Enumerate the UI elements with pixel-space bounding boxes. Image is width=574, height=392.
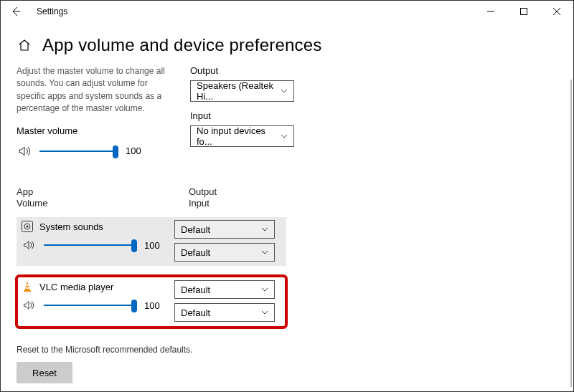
svg-point-7 [27,226,29,228]
master-volume-value: 100 [126,145,147,156]
minimize-button[interactable] [474,1,507,22]
app-output-dropdown[interactable]: Default [174,280,275,299]
output-label: Output [190,65,319,76]
reset-description: Reset to the Microsoft recommended defau… [17,345,573,355]
window-controls [474,1,573,22]
apps-header: App Volume Output Input [17,186,286,211]
slider-thumb[interactable] [131,300,137,312]
chevron-down-icon [281,89,288,93]
system-sounds-icon [21,220,34,233]
app-volume-slider[interactable] [44,238,137,252]
app-right: Default Default [174,280,282,322]
maximize-icon [520,8,527,15]
slider-thumb[interactable] [113,145,118,158]
right-column: Output Speakers (Realtek Hi... Input No … [190,65,319,159]
chevron-down-icon [261,227,268,231]
home-icon[interactable] [17,37,32,53]
app-row-system-sounds: System sounds 100 [17,217,286,266]
svg-rect-9 [27,285,29,286]
output-selected: Speakers (Realtek Hi... [197,80,281,102]
arrow-left-icon [10,6,22,17]
chevron-down-icon [261,310,268,315]
app-input-dropdown[interactable]: Default [174,303,275,322]
speaker-icon[interactable] [21,297,37,313]
speaker-icon[interactable] [17,143,32,159]
app-volume-row: 100 [21,297,174,313]
app-title-row: System sounds [21,220,174,233]
apps-header-input: Input [189,198,217,210]
apps-header-output: Output [189,186,217,199]
app-output-selected: Default [181,224,210,235]
app-volume-value: 100 [144,300,166,311]
minimize-icon [487,8,494,15]
slider-thumb[interactable] [131,239,137,252]
app-volume-row: 100 [21,237,174,253]
app-row-vlc: VLC media player 100 [17,276,286,328]
page-title: App volume and device preferences [42,35,322,55]
apps-header-app: App [17,186,174,199]
app-name: System sounds [39,221,103,232]
app-output-selected: Default [181,285,210,295]
vertical-scrollbar[interactable] [570,80,572,387]
app-input-dropdown[interactable]: Default [174,243,275,262]
app-right: Default Default [174,220,282,262]
master-volume-slider[interactable] [39,144,118,158]
apps-header-left: App Volume [17,186,174,211]
titlebar: Settings [1,1,573,22]
app-output-dropdown[interactable]: Default [174,220,275,239]
app-volume-value: 100 [144,240,166,251]
top-columns: Adjust the master volume to change all s… [17,65,573,159]
vlc-icon [21,280,34,293]
master-volume-row: 100 [17,143,174,159]
app-input-selected: Default [181,247,210,258]
reset-button[interactable]: Reset [17,362,72,383]
settings-window: Settings App volume and device preferenc… [0,0,574,392]
content-area: App volume and device preferences Adjust… [1,22,573,391]
chevron-down-icon [261,250,268,254]
svg-rect-2 [521,9,527,15]
back-button[interactable] [1,1,31,22]
chevron-down-icon [281,134,288,138]
window-title: Settings [31,6,67,16]
chevron-down-icon [261,287,268,292]
slider-fill [39,150,118,152]
page-header: App volume and device preferences [17,35,573,55]
maximize-button[interactable] [507,1,540,22]
apps-section: App Volume Output Input System sounds [17,186,286,328]
page-description: Adjust the master volume to change all s… [17,65,167,115]
left-column: Adjust the master volume to change all s… [17,65,174,159]
close-button[interactable] [540,1,573,22]
close-icon [553,8,560,15]
slider-fill [44,305,137,306]
app-name: VLC media player [39,282,113,292]
output-dropdown[interactable]: Speakers (Realtek Hi... [190,80,294,102]
app-volume-slider[interactable] [44,298,137,312]
input-selected: No input devices fo... [197,125,281,147]
app-title-row: VLC media player [21,280,174,293]
app-left: System sounds 100 [17,220,174,262]
svg-rect-10 [26,287,29,289]
master-volume-label: Master volume [17,125,174,136]
input-label: Input [190,110,319,121]
apps-header-volume: Volume [17,198,174,210]
slider-fill [44,244,137,246]
app-left: VLC media player 100 [17,280,174,322]
apps-header-right: Output Input [189,186,217,211]
app-input-selected: Default [181,307,210,318]
svg-rect-11 [24,290,31,292]
speaker-icon[interactable] [21,237,37,253]
input-dropdown[interactable]: No input devices fo... [190,125,294,147]
reset-section: Reset to the Microsoft recommended defau… [17,345,573,383]
